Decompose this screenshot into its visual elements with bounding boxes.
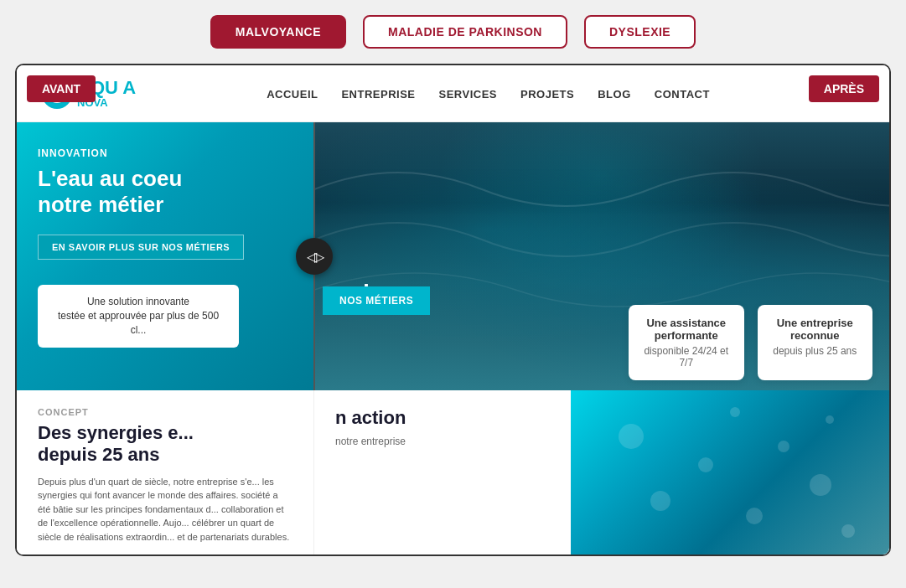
nav-link-blog[interactable]: BLOG <box>598 88 631 101</box>
nav-link-projets[interactable]: PROJETS <box>520 88 574 101</box>
hero-solution-box: Une solution innovante testée et approuv… <box>38 285 239 347</box>
bubble-5 <box>746 508 763 524</box>
filter-dyslexie-button[interactable]: DYSLEXIE <box>584 15 696 49</box>
bubble-1 <box>619 424 644 449</box>
main-content: INNOVATION L'eau au coeu notre métier EN… <box>17 122 889 556</box>
nav-link-services[interactable]: SERVICES <box>439 88 498 101</box>
filter-parkinson-button[interactable]: MALADIE DE PARKINSON <box>363 15 567 49</box>
bubble-3 <box>650 491 670 511</box>
divider-handle[interactable]: ◁▷ <box>296 238 333 275</box>
concept-text: Depuis plus d'un quart de siècle, notre … <box>38 475 293 544</box>
navigation-bar: AQU A NOVA ACCUEIL ENTREPRISE SERVICES P… <box>17 65 889 122</box>
hero-left-panel: INNOVATION L'eau au coeu notre métier EN… <box>17 122 314 390</box>
main-nav: ACCUEIL ENTREPRISE SERVICES PROJETS BLOG… <box>267 86 710 101</box>
bottom-section: CONCEPT Des synergies e... depuis 25 ans… <box>17 390 889 556</box>
bottom-right-panel: n action notre entreprise <box>314 390 889 556</box>
avant-label: AVANT <box>27 75 96 102</box>
innovation-label: INNOVATION <box>38 147 293 159</box>
hero-section: INNOVATION L'eau au coeu notre métier EN… <box>17 122 889 390</box>
hero-right-panel: r de NOS MÉTIERS Une assistance performa… <box>314 122 889 390</box>
hero-title-line1: L'eau au coeu <box>38 166 182 191</box>
hero-left-content: INNOVATION L'eau au coeu notre métier EN… <box>17 122 314 373</box>
action-title: n action <box>335 407 550 429</box>
hero-title-line2: notre métier <box>38 192 163 217</box>
bubble-9 <box>730 407 740 417</box>
concept-title-line2: depuis 25 ans <box>38 444 160 465</box>
nav-item-accueil[interactable]: ACCUEIL <box>267 86 318 101</box>
nav-item-projets[interactable]: PROJETS <box>520 86 574 101</box>
nav-item-blog[interactable]: BLOG <box>598 86 631 101</box>
feature-card-assistance-title: Une assistance performante <box>644 317 729 342</box>
bubble-2 <box>698 457 713 472</box>
comparison-container: AVANT APRÈS AQU A NOVA ACCUEIL ENTREPRIS… <box>15 64 891 556</box>
bubble-4 <box>778 441 790 452</box>
nav-link-contact[interactable]: CONTACT <box>655 88 710 101</box>
feature-card-assistance-subtitle: disponible 24/24 et 7/7 <box>644 345 729 369</box>
hero-cta-button[interactable]: EN SAVOIR PLUS SUR NOS MÉTIERS <box>38 235 244 260</box>
apres-label: APRÈS <box>809 75 879 102</box>
bubble-overlay <box>571 390 889 556</box>
bubble-6 <box>826 415 834 424</box>
feature-card-enterprise-subtitle: depuis plus 25 ans <box>773 345 858 357</box>
hero-after-cta-container: NOS MÉTIERS <box>323 286 430 315</box>
nav-item-entreprise[interactable]: ENTREPRISE <box>341 86 415 101</box>
nav-link-accueil[interactable]: ACCUEIL <box>267 88 318 101</box>
hero-title: L'eau au coeu notre métier <box>38 166 293 218</box>
feature-cards-strip: Une assistance performante disponible 24… <box>612 305 889 390</box>
feature-card-enterprise: Une entreprise reconnue depuis plus 25 a… <box>758 305 873 380</box>
top-bar: MALVOYANCE MALADIE DE PARKINSON DYSLEXIE <box>0 0 906 64</box>
hero-solution-line1: Une solution innovante <box>87 296 189 307</box>
divider-arrows-icon: ◁▷ <box>307 249 322 265</box>
feature-card-assistance: Une assistance performante disponible 24… <box>629 305 744 380</box>
bottom-image <box>571 390 889 556</box>
hero-solution-line2: testée et approuvée par plus de 500 cl..… <box>58 310 219 336</box>
bottom-action-text: n action notre entreprise <box>314 390 571 556</box>
nav-item-services[interactable]: SERVICES <box>439 86 498 101</box>
bubble-7 <box>810 474 831 496</box>
concept-title: Des synergies e... depuis 25 ans <box>38 422 293 467</box>
nav-link-entreprise[interactable]: ENTREPRISE <box>341 88 415 101</box>
bottom-left-panel: CONCEPT Des synergies e... depuis 25 ans… <box>17 390 314 556</box>
concept-title-line1: Des synergies e... <box>38 422 194 443</box>
concept-label: CONCEPT <box>38 407 293 417</box>
hero-solution-text: Une solution innovante testée et approuv… <box>51 295 225 337</box>
nav-item-contact[interactable]: CONTACT <box>655 86 710 101</box>
hero-metiers-button[interactable]: NOS MÉTIERS <box>323 286 430 315</box>
feature-card-enterprise-title: Une entreprise reconnue <box>773 317 858 342</box>
bubble-8 <box>841 524 855 538</box>
filter-malvoyance-button[interactable]: MALVOYANCE <box>210 15 346 49</box>
nav-links-list: ACCUEIL ENTREPRISE SERVICES PROJETS BLOG… <box>267 86 710 101</box>
action-subtitle: notre entreprise <box>335 436 550 447</box>
